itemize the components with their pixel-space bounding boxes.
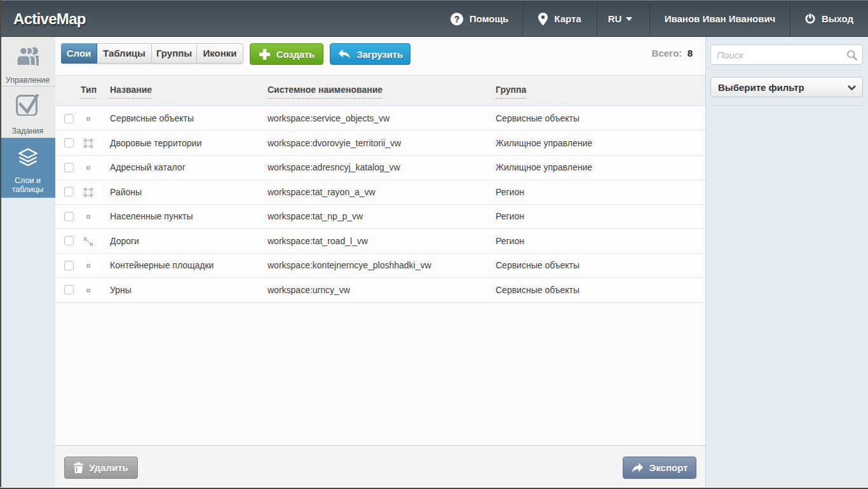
- svg-text:?: ?: [454, 14, 459, 24]
